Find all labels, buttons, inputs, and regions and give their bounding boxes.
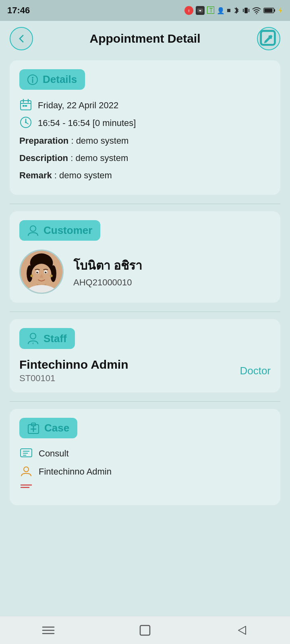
wifi-icon	[252, 7, 261, 14]
preparation-value: demo system	[76, 136, 129, 146]
bottom-nav	[0, 616, 290, 644]
svg-rect-10	[274, 9, 275, 12]
time-row: 16:54 - 16:54 [0 minutes]	[19, 116, 271, 130]
appointment-time: 16:54 - 16:54 [0 minutes]	[38, 118, 136, 128]
remark-value: demo system	[59, 170, 112, 180]
case-extra-icon	[19, 483, 33, 491]
notif-icon3: 🅃	[207, 6, 214, 15]
details-section: Details Friday, 22 April 2022	[10, 60, 280, 195]
notif-icon1: !	[184, 6, 193, 15]
vibrate-icon	[242, 6, 250, 15]
description-colon: :	[70, 153, 75, 163]
svg-point-40	[37, 272, 38, 272]
divider-3	[10, 401, 280, 402]
customer-info-row: โบนิตา อชิรา AHQ21000010	[19, 250, 271, 294]
remark-colon: :	[54, 170, 59, 180]
customer-icon	[27, 225, 39, 237]
svg-marker-11	[279, 7, 282, 14]
svg-point-15	[32, 77, 33, 78]
svg-text:!: !	[188, 9, 190, 13]
clock-icon	[19, 116, 32, 130]
svg-marker-61	[238, 626, 246, 634]
staff-section: Staff Fintechinno Admin ST00101 Doctor	[10, 319, 280, 392]
description-value: demo system	[75, 153, 128, 163]
back-button[interactable]	[10, 27, 33, 50]
staff-label: Staff	[44, 332, 67, 345]
remark-label: Remark	[19, 170, 52, 180]
calendar-icon	[19, 99, 32, 112]
customer-label: Customer	[44, 224, 92, 237]
case-icon	[27, 422, 39, 434]
bluetooth-icon	[233, 6, 240, 15]
svg-point-7	[256, 13, 257, 14]
charging-icon	[278, 7, 283, 14]
staff-header: Staff	[19, 328, 75, 349]
date-row: Friday, 22 April 2022	[19, 99, 271, 112]
svg-rect-60	[140, 625, 150, 635]
svg-point-27	[30, 226, 36, 231]
preparation-row: Preparation : demo system	[19, 134, 271, 147]
description-row: Description : demo system	[19, 151, 271, 165]
notif-dot	[227, 9, 230, 12]
case-staff-icon	[19, 465, 33, 479]
staff-icon	[27, 332, 39, 345]
notif-icon4: 👤	[217, 7, 225, 14]
details-header: Details	[19, 69, 85, 90]
svg-rect-12	[261, 31, 275, 45]
details-label: Details	[43, 73, 77, 86]
main-content: Details Friday, 22 April 2022	[0, 56, 290, 526]
header: Appointment Detail	[0, 21, 290, 56]
case-staff-row: Fintechinno Admin	[19, 465, 271, 479]
svg-point-42	[31, 275, 33, 277]
status-bar: 17:46 ! 🅃 👤	[0, 0, 290, 21]
notif-icon2	[196, 6, 205, 15]
remark-row: Remark : demo system	[19, 169, 271, 182]
appointment-date: Friday, 22 April 2022	[38, 100, 118, 111]
staff-info-row: Fintechinno Admin ST00101 Doctor	[19, 358, 271, 384]
info-icon	[27, 74, 38, 85]
home-button[interactable]	[133, 622, 157, 638]
svg-rect-22	[25, 105, 27, 107]
svg-rect-21	[23, 105, 25, 107]
staff-id: ST00101	[19, 373, 128, 384]
edit-button[interactable]	[257, 27, 280, 50]
svg-line-13	[269, 36, 271, 38]
svg-point-26	[25, 122, 27, 123]
status-time: 17:46	[7, 5, 30, 16]
svg-point-43	[50, 275, 53, 277]
staff-name: Fintechinno Admin	[19, 358, 128, 372]
svg-point-44	[30, 333, 36, 339]
svg-point-54	[24, 467, 29, 472]
divider-2	[10, 312, 280, 312]
menu-button[interactable]	[36, 622, 60, 638]
svg-point-41	[46, 272, 46, 272]
staff-role: Doctor	[240, 365, 271, 377]
svg-rect-9	[265, 9, 273, 12]
case-staff-name: Fintechinno Admin	[39, 466, 112, 477]
consult-icon	[19, 447, 33, 460]
preparation-label: Preparation	[19, 136, 68, 146]
consult-row: Consult	[19, 447, 271, 460]
divider-1	[10, 204, 280, 204]
avatar	[19, 250, 64, 294]
svg-rect-4	[244, 8, 248, 13]
battery-icon	[263, 7, 276, 14]
case-extra-row	[19, 483, 271, 491]
status-icons: ! 🅃 👤	[184, 6, 283, 15]
customer-id: AHQ21000010	[73, 277, 142, 288]
case-type: Consult	[39, 448, 69, 459]
description-label: Description	[19, 153, 68, 163]
case-header: Case	[19, 418, 77, 438]
preparation-colon: :	[71, 136, 76, 146]
back-nav-button[interactable]	[230, 622, 254, 638]
case-label: Case	[44, 422, 69, 434]
case-section: Case Consult Fintechinno Admin	[10, 409, 280, 505]
staff-details: Fintechinno Admin ST00101	[19, 358, 128, 384]
page-title: Appointment Detail	[90, 32, 201, 45]
customer-details: โบนิตา อชิรา AHQ21000010	[73, 256, 142, 288]
customer-section: Customer	[10, 211, 280, 303]
customer-name: โบนิตา อชิรา	[73, 256, 142, 275]
customer-header: Customer	[19, 220, 100, 241]
